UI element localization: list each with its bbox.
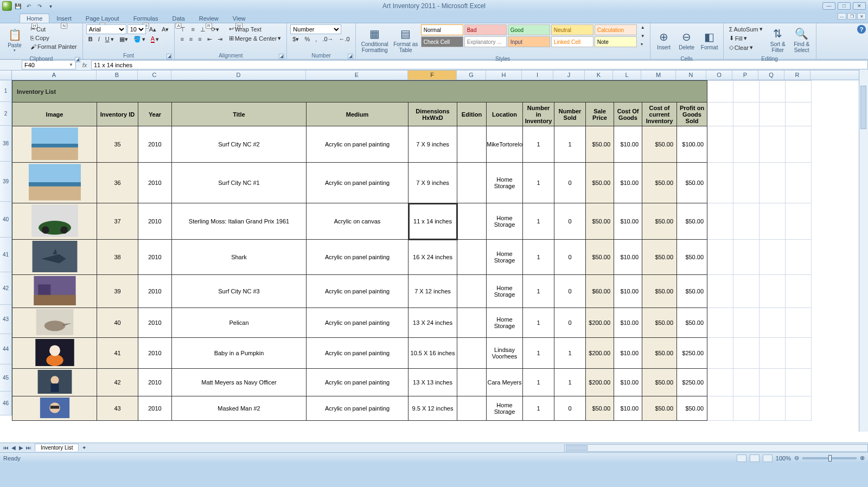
row-header-46[interactable]: 46 bbox=[0, 392, 12, 415]
help-icon[interactable]: ? bbox=[857, 25, 866, 34]
tab-view[interactable]: ViewW bbox=[226, 14, 253, 23]
gallery-more-icon[interactable]: ▾ bbox=[639, 41, 647, 47]
decrease-font-icon[interactable]: A▾ bbox=[159, 25, 171, 34]
conditional-formatting-button[interactable]: ▦Conditional Formatting bbox=[359, 24, 391, 56]
decrease-decimal-icon[interactable]: ←.0 bbox=[337, 35, 352, 43]
style-calculation[interactable]: Calculation bbox=[595, 24, 637, 35]
last-sheet-icon[interactable]: ⏭ bbox=[25, 445, 33, 451]
style-check-cell[interactable]: Check Cell bbox=[421, 36, 463, 47]
col-header-I[interactable]: I bbox=[522, 71, 553, 80]
row-header-41[interactable]: 41 bbox=[0, 238, 12, 272]
merge-center-button[interactable]: ⊞Merge & Center▾ bbox=[227, 34, 284, 43]
style-note[interactable]: Note bbox=[595, 36, 637, 47]
col-header-O[interactable]: O bbox=[706, 71, 732, 80]
wb-close-button[interactable]: ✕ bbox=[857, 13, 866, 20]
column-headers[interactable]: ABCDEFGHIJKLMNOPQR bbox=[0, 71, 868, 80]
font-size-select[interactable]: 10 bbox=[127, 24, 146, 34]
comma-icon[interactable]: , bbox=[313, 35, 319, 43]
hscroll-thumb[interactable] bbox=[566, 445, 588, 451]
sheet-content[interactable]: Inventory ListImageInventory IDYearTitle… bbox=[12, 80, 812, 421]
font-color-button[interactable]: A▾ bbox=[149, 34, 161, 44]
number-format-select[interactable]: Number bbox=[290, 24, 341, 34]
insert-cells-button[interactable]: ⊕Insert bbox=[654, 24, 674, 56]
align-top-icon[interactable]: ⊤ bbox=[178, 25, 188, 34]
style-input[interactable]: Input bbox=[508, 36, 550, 47]
normal-view-icon[interactable] bbox=[737, 454, 746, 462]
select-all-cell[interactable] bbox=[0, 71, 12, 80]
tab-insert[interactable]: InsertN bbox=[49, 14, 79, 23]
increase-decimal-icon[interactable]: .0→ bbox=[320, 35, 335, 43]
gallery-up-icon[interactable]: ▲ bbox=[639, 24, 647, 30]
maximize-button[interactable]: □ bbox=[838, 2, 851, 10]
alignment-dialog-launcher[interactable]: ◢ bbox=[279, 54, 284, 59]
sheet-tab[interactable]: Inventory List bbox=[35, 444, 79, 451]
prev-sheet-icon[interactable]: ◀ bbox=[10, 445, 17, 451]
clear-button[interactable]: ◇Clear▾ bbox=[727, 43, 765, 52]
format-as-table-button[interactable]: ▤Format as Table bbox=[393, 24, 419, 56]
col-header-C[interactable]: C bbox=[138, 71, 171, 80]
row-header-40[interactable]: 40 bbox=[0, 202, 12, 238]
col-header-R[interactable]: R bbox=[784, 71, 810, 80]
wrap-text-button[interactable]: ↩Wrap Text bbox=[227, 24, 284, 34]
font-dialog-launcher[interactable]: ◢ bbox=[167, 54, 172, 59]
percent-icon[interactable]: % bbox=[302, 35, 312, 43]
col-header-G[interactable]: G bbox=[457, 71, 486, 80]
horizontal-scrollbar[interactable] bbox=[564, 444, 868, 452]
col-header-E[interactable]: E bbox=[306, 71, 408, 80]
col-header-H[interactable]: H bbox=[486, 71, 522, 80]
office-button[interactable] bbox=[2, 1, 12, 11]
bold-button[interactable]: B bbox=[86, 35, 95, 43]
row-header-38[interactable]: 38 bbox=[0, 126, 12, 162]
first-sheet-icon[interactable]: ⏮ bbox=[2, 445, 10, 451]
style-neutral[interactable]: Neutral bbox=[551, 24, 593, 35]
col-header-N[interactable]: N bbox=[676, 71, 706, 80]
col-header-M[interactable]: M bbox=[641, 71, 676, 80]
col-header-K[interactable]: K bbox=[585, 71, 613, 80]
vertical-scrollbar[interactable] bbox=[859, 69, 868, 432]
col-header-B[interactable]: B bbox=[97, 71, 138, 80]
align-center-icon[interactable]: ≡ bbox=[187, 35, 195, 43]
gallery-down-icon[interactable]: ▼ bbox=[639, 33, 647, 39]
col-header-J[interactable]: J bbox=[553, 71, 585, 80]
row-header-1[interactable]: 1 bbox=[0, 80, 12, 102]
col-header-Q[interactable]: Q bbox=[758, 71, 784, 80]
number-dialog-launcher[interactable]: ◢ bbox=[348, 54, 353, 59]
col-header-F[interactable]: F bbox=[408, 71, 457, 80]
tab-page-layout[interactable]: Page LayoutP bbox=[79, 14, 126, 23]
col-header-D[interactable]: D bbox=[171, 71, 306, 80]
fx-icon[interactable]: fx bbox=[78, 62, 91, 68]
border-button[interactable]: ▦▾ bbox=[117, 35, 130, 44]
format-cells-button[interactable]: ◧Format bbox=[699, 24, 720, 56]
redo-icon[interactable]: ↷ bbox=[35, 1, 44, 11]
zoom-slider[interactable] bbox=[802, 457, 857, 459]
accounting-icon[interactable]: $▾ bbox=[290, 35, 301, 44]
align-left-icon[interactable]: ≡ bbox=[178, 35, 186, 43]
underline-button[interactable]: U▾ bbox=[103, 35, 116, 44]
increase-indent-icon[interactable]: ⇥ bbox=[215, 35, 225, 44]
delete-cells-button[interactable]: ⊖Delete bbox=[676, 24, 697, 56]
row-header-39[interactable]: 39 bbox=[0, 162, 12, 202]
page-break-view-icon[interactable] bbox=[763, 454, 773, 462]
paste-button[interactable]: 📋Paste▾ bbox=[3, 24, 26, 56]
cell-styles-gallery[interactable]: NormalBadGoodNeutralCalculationCheck Cel… bbox=[421, 24, 637, 47]
undo-icon[interactable]: ↶ bbox=[24, 1, 34, 11]
align-middle-icon[interactable]: ≡ bbox=[189, 25, 196, 34]
qat-dropdown-icon[interactable]: ▾ bbox=[46, 1, 55, 11]
save-icon[interactable]: 💾 bbox=[13, 1, 23, 11]
format-painter-button[interactable]: 🖌Format Painter bbox=[28, 42, 79, 51]
worksheet-grid[interactable]: 12383940414243444546 Inventory ListImage… bbox=[0, 80, 868, 443]
row-header-45[interactable]: 45 bbox=[0, 364, 12, 392]
cut-button[interactable]: ✂Cut bbox=[28, 24, 79, 34]
wb-minimize-button[interactable]: — bbox=[838, 13, 846, 20]
col-header-A[interactable]: A bbox=[12, 71, 97, 80]
align-bottom-icon[interactable]: ⊥ bbox=[198, 25, 208, 34]
decrease-indent-icon[interactable]: ⇤ bbox=[205, 35, 214, 44]
increase-font-icon[interactable]: A▴ bbox=[147, 25, 158, 34]
style-normal[interactable]: Normal bbox=[421, 24, 463, 35]
col-header-L[interactable]: L bbox=[613, 71, 641, 80]
autosum-button[interactable]: ΣAutoSum▾ bbox=[727, 24, 765, 34]
tab-review[interactable]: ReviewR bbox=[192, 14, 226, 23]
row-header-2[interactable]: 2 bbox=[0, 102, 12, 126]
orientation-icon[interactable]: ⟳▾ bbox=[209, 25, 221, 34]
row-header-44[interactable]: 44 bbox=[0, 334, 12, 364]
